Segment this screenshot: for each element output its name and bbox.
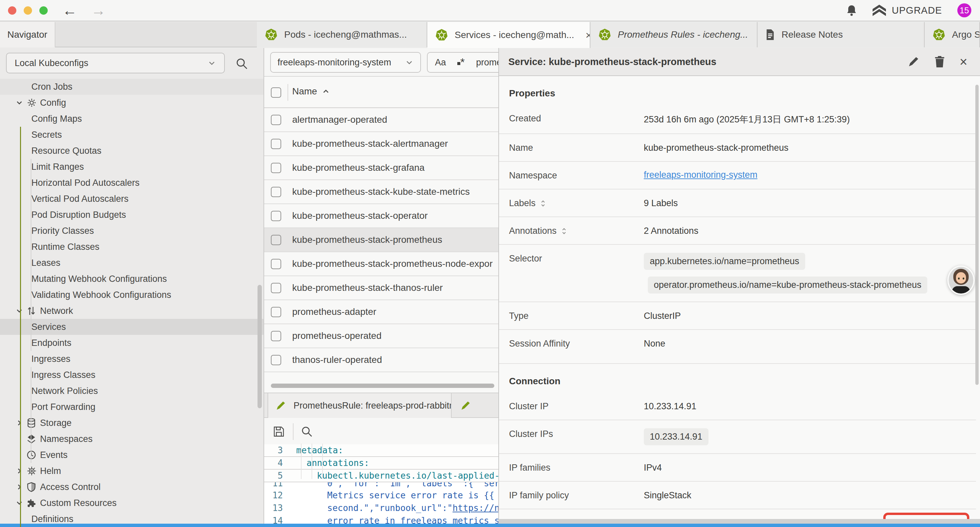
row-checkbox[interactable] (271, 163, 281, 173)
detail-row-type: TypeClusterIP (499, 302, 976, 330)
table-row-kube-prometheus-stack-thanos-ruler[interactable]: kube-prometheus-stack-thanos-ruler (264, 276, 499, 300)
delete-trash-icon[interactable] (934, 56, 945, 68)
sidebar-item-limit-ranges[interactable]: Limit Ranges (0, 159, 264, 175)
sidebar-search-icon[interactable] (235, 57, 248, 70)
close-window-button[interactable] (8, 6, 16, 15)
detail-scrollbar[interactable] (975, 85, 978, 385)
zoom-window-button[interactable] (39, 6, 48, 15)
table-row-kube-prometheus-stack-prometheus-node-expor[interactable]: kube-prometheus-stack-prometheus-node-ex… (264, 252, 499, 276)
sidebar-item-validating-webhook-configurations[interactable]: Validating Webhook Configurations (0, 287, 264, 303)
sidebar-item-network[interactable]: Network (0, 303, 264, 319)
table-row-kube-prometheus-stack-operator[interactable]: kube-prometheus-stack-operator (264, 204, 499, 228)
table-row-prometheus-operated[interactable]: prometheus-operated (264, 324, 499, 348)
row-checkbox[interactable] (271, 307, 281, 317)
table-horizontal-scrollbar[interactable] (271, 384, 494, 388)
table-row-kube-prometheus-stack-prometheus[interactable]: kube-prometheus-stack-prometheus (264, 228, 499, 252)
kubeconfig-selector[interactable]: Local Kubeconfigs (6, 53, 225, 73)
sidebar-item-events[interactable]: Events (0, 447, 264, 463)
sidebar-item-services[interactable]: Services (0, 319, 264, 335)
minimize-window-button[interactable] (24, 6, 32, 15)
chevron-down-icon[interactable] (15, 307, 23, 315)
sidebar-item-vertical-pod-autoscalers[interactable]: Vertical Pod Autoscalers (0, 191, 264, 207)
table-row-alertmanager-operated[interactable]: alertmanager-operated (264, 108, 499, 132)
line-number: 13 (264, 503, 290, 513)
row-checkbox[interactable] (271, 235, 281, 245)
back-button[interactable]: ← (62, 3, 77, 18)
namespace-link[interactable]: freeleaps-monitoring-system (644, 170, 757, 180)
sidebar-item-resource-quotas[interactable]: Resource Quotas (0, 143, 264, 159)
row-checkbox[interactable] (271, 139, 281, 149)
edit-pencil-icon[interactable] (908, 56, 920, 68)
row-checkbox[interactable] (271, 331, 281, 341)
chevron-right-icon[interactable] (15, 467, 23, 475)
sort-updown-icon[interactable] (562, 227, 567, 235)
row-checkbox[interactable] (271, 211, 281, 221)
table-row-kube-prometheus-stack-grafana[interactable]: kube-prometheus-stack-grafana (264, 156, 499, 180)
editor-tab-partial[interactable] (453, 393, 499, 418)
table-row-prometheus-adapter[interactable]: prometheus-adapter (264, 300, 499, 324)
notifications-bell-icon[interactable] (846, 4, 857, 16)
save-icon[interactable] (273, 426, 285, 438)
column-header-name[interactable]: Name (292, 86, 329, 97)
upgrade-button[interactable]: UPGRADE (873, 5, 942, 16)
tab-release-notes[interactable]: Release Notes (757, 22, 924, 47)
table-row-thanos-ruler-operated[interactable]: thanos-ruler-operated (264, 348, 499, 372)
row-checkbox[interactable] (271, 355, 281, 365)
tab-pods-icecheng-mathmas[interactable]: Pods - icecheng@mathmas... (257, 22, 427, 47)
profile-badge[interactable]: 15 (957, 3, 971, 18)
editor-search-icon[interactable] (301, 426, 313, 438)
sidebar-item-runtime-classes[interactable]: Runtime Classes (0, 239, 264, 255)
regex-toggle[interactable]: * (457, 58, 465, 67)
editor-tab[interactable]: PrometheusRule: freeleaps-prod-rabbitmq (267, 393, 452, 418)
sidebar-item-network-policies[interactable]: Network Policies (0, 383, 264, 399)
sidebar-item-config[interactable]: Config (0, 95, 264, 111)
sidebar-item-leases[interactable]: Leases (0, 255, 264, 271)
row-checkbox[interactable] (271, 259, 281, 269)
namespace-selector[interactable]: freeleaps-monitoring-system (270, 52, 421, 73)
sidebar-item-horizontal-pod-autoscalers[interactable]: Horizontal Pod Autoscalers (0, 175, 264, 191)
sidebar-item-config-maps[interactable]: Config Maps (0, 111, 264, 127)
tab-navigator[interactable]: Navigator (0, 22, 56, 47)
sidebar-item-access-control[interactable]: Access Control (0, 479, 264, 495)
tab-prometheus-rules-icecheng[interactable]: Prometheus Rules - icecheng... (590, 22, 757, 47)
sidebar-item-storage[interactable]: Storage (0, 415, 264, 431)
detail-label: Session Affinity (509, 339, 570, 349)
detail-value: None (644, 338, 665, 349)
sidebar-item-ingresses[interactable]: Ingresses (0, 351, 264, 367)
sidebar-item-pod-disruption-budgets[interactable]: Pod Disruption Budgets (0, 207, 264, 223)
close-icon[interactable]: × (960, 55, 967, 68)
sidebar-item-priority-classes[interactable]: Priority Classes (0, 223, 264, 239)
table-row-kube-prometheus-stack-alertmanager[interactable]: kube-prometheus-stack-alertmanager (264, 132, 499, 156)
sidebar-item-definitions[interactable]: Definitions (0, 511, 264, 524)
assistant-avatar[interactable] (947, 266, 975, 295)
sidebar-item-helm[interactable]: Helm (0, 463, 264, 479)
row-checkbox[interactable] (271, 115, 281, 125)
sidebar-item-label: Validating Webhook Configurations (31, 290, 171, 300)
tab-services-icecheng-math[interactable]: Services - icecheng@math...× (427, 22, 590, 48)
sidebar-item-ingress-classes[interactable]: Ingress Classes (0, 367, 264, 383)
sidebar-item-namespaces[interactable]: Namespaces (0, 431, 264, 447)
chevron-right-icon[interactable] (15, 419, 23, 427)
sidebar-item-endpoints[interactable]: Endpoints (0, 335, 264, 351)
sidebar-item-mutating-webhook-configurations[interactable]: Mutating Webhook Configurations (0, 271, 264, 287)
chevron-right-icon[interactable] (15, 483, 23, 491)
sort-updown-icon[interactable] (540, 199, 546, 207)
chevron-down-icon[interactable] (15, 499, 23, 507)
detail-label: Selector (509, 253, 542, 264)
sidebar-item-port-forwarding[interactable]: Port Forwarding (0, 399, 264, 415)
sidebar-item-custom-resources[interactable]: Custom Resources (0, 495, 264, 511)
tab-argo-se[interactable]: Argo Se (924, 22, 980, 47)
select-all-checkbox[interactable] (271, 88, 281, 98)
forward-button[interactable]: → (91, 3, 106, 18)
sidebar-item-cron-jobs[interactable]: Cron Jobs (0, 79, 264, 95)
sidebar-item-secrets[interactable]: Secrets (0, 127, 264, 143)
yaml-editor[interactable]: 3metadata:4annotations:5kubectl.kubernet… (264, 444, 499, 527)
chevron-down-icon[interactable] (15, 99, 23, 107)
match-case-toggle[interactable]: Aa (435, 57, 446, 68)
tab-close-icon[interactable]: × (581, 29, 590, 42)
row-checkbox[interactable] (271, 187, 281, 197)
table-row-kube-prometheus-stack-kube-state-metrics[interactable]: kube-prometheus-stack-kube-state-metrics (264, 180, 499, 204)
row-checkbox[interactable] (271, 283, 281, 293)
sort-ascending-icon (323, 89, 329, 94)
sidebar-scrollbar[interactable] (258, 285, 262, 408)
